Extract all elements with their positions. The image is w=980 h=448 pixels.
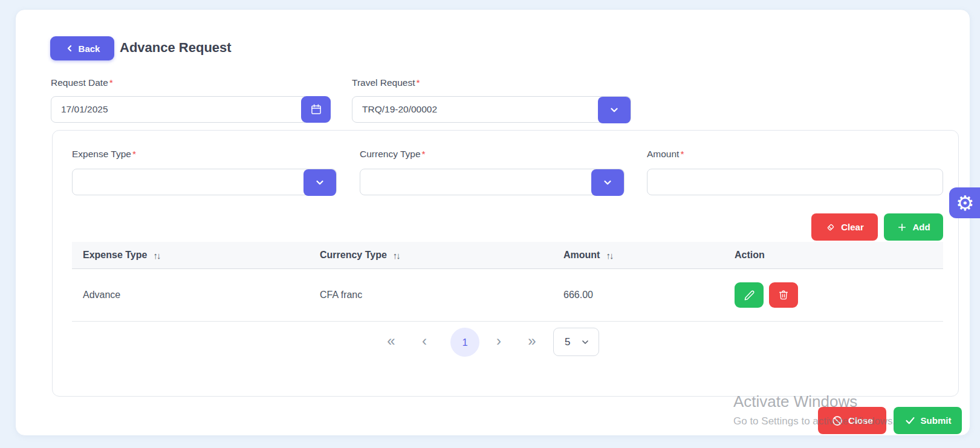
add-button-label: Add — [912, 222, 930, 232]
pencil-icon — [744, 290, 755, 301]
plus-icon — [897, 222, 907, 233]
table-header-row: Expense Type ↑↓ Currency Type ↑↓ Amount … — [72, 242, 943, 269]
gear-icon: ⚙ — [956, 193, 974, 213]
currency-type-select[interactable] — [360, 169, 625, 195]
request-date-input[interactable] — [51, 96, 331, 123]
pagination-next-button[interactable]: › — [490, 330, 507, 352]
back-button[interactable]: Back — [50, 36, 114, 60]
column-header-expense-type[interactable]: Expense Type ↑↓ — [72, 250, 309, 261]
pagination-page-1[interactable]: 1 — [450, 328, 479, 357]
edit-row-button[interactable] — [735, 282, 764, 308]
sort-icon[interactable]: ↑↓ — [606, 250, 612, 261]
chevron-down-icon — [580, 337, 590, 347]
eraser-icon — [825, 222, 836, 233]
close-button[interactable]: Close — [818, 407, 886, 434]
cell-amount: 666.00 — [553, 290, 724, 300]
expense-table: Expense Type ↑↓ Currency Type ↑↓ Amount … — [72, 242, 943, 322]
back-button-label: Back — [79, 44, 100, 54]
currency-type-dropdown-button[interactable] — [591, 169, 624, 196]
expense-type-value — [73, 169, 336, 195]
amount-label: Amount* — [647, 149, 684, 160]
required-asterisk: * — [109, 77, 113, 88]
chevron-down-icon — [602, 177, 613, 188]
column-header-action: Action — [724, 250, 943, 261]
request-date-label: Request Date* — [51, 77, 113, 88]
currency-type-value — [360, 169, 624, 195]
submit-button[interactable]: Submit — [894, 407, 962, 434]
cell-action — [724, 282, 943, 308]
calendar-button[interactable] — [301, 96, 331, 123]
expense-panel: Expense Type* Currency Type* Amount* — [52, 130, 959, 397]
column-header-amount[interactable]: Amount ↑↓ — [553, 250, 724, 261]
settings-button[interactable]: ⚙ — [949, 187, 980, 218]
required-asterisk: * — [132, 149, 136, 159]
required-asterisk: * — [417, 77, 420, 88]
cell-currency-type: CFA franc — [309, 290, 553, 300]
page-size-select[interactable]: 5 — [553, 328, 599, 356]
page-size-value: 5 — [565, 336, 570, 348]
clear-button[interactable]: Clear — [811, 213, 878, 241]
prohibition-icon — [831, 415, 843, 427]
chevron-down-icon — [314, 177, 325, 188]
close-button-label: Close — [848, 415, 873, 426]
chevron-down-icon — [609, 105, 620, 115]
page-title: Advance Request — [120, 40, 232, 56]
expense-type-label: Expense Type* — [72, 149, 136, 160]
check-icon — [904, 415, 916, 426]
trash-icon — [778, 290, 789, 300]
request-date-group — [51, 96, 331, 123]
sort-icon[interactable]: ↑↓ — [393, 250, 400, 261]
expense-type-dropdown-button[interactable] — [303, 169, 336, 196]
add-button[interactable]: Add — [884, 213, 943, 241]
pagination-first-button[interactable]: « — [383, 330, 400, 352]
amount-input[interactable] — [647, 169, 943, 195]
delete-row-button[interactable] — [769, 282, 798, 308]
sort-icon[interactable]: ↑↓ — [153, 250, 160, 261]
main-card: Back Advance Request Request Date* Trave… — [15, 9, 970, 436]
travel-request-label: Travel Request* — [352, 77, 420, 88]
travel-request-dropdown-button[interactable] — [598, 97, 631, 123]
required-asterisk: * — [680, 149, 684, 159]
clear-button-label: Clear — [841, 222, 864, 232]
pagination-prev-button[interactable]: ‹ — [416, 330, 433, 352]
expense-type-select[interactable] — [72, 169, 337, 195]
calendar-icon — [310, 103, 322, 115]
submit-button-label: Submit — [921, 415, 952, 426]
table-row: Advance CFA franc 666.00 — [72, 269, 943, 322]
required-asterisk: * — [422, 149, 426, 159]
pagination-last-button[interactable]: » — [524, 330, 540, 352]
currency-type-label: Currency Type* — [360, 149, 426, 160]
travel-request-value: TRQ/19-20/00002 — [352, 96, 631, 123]
chevron-left-icon — [65, 44, 74, 53]
column-header-currency-type[interactable]: Currency Type ↑↓ — [309, 250, 553, 261]
cell-expense-type: Advance — [72, 290, 309, 300]
travel-request-select[interactable]: TRQ/19-20/00002 — [352, 96, 631, 123]
